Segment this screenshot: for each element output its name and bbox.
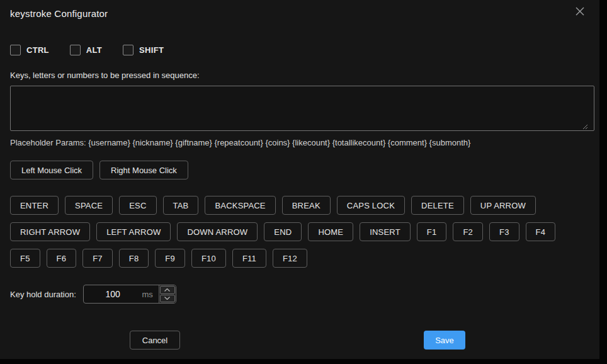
key-buttons-grid: ENTER SPACE ESC TAB BACKSPACE BREAK CAPS… <box>10 196 589 268</box>
placeholder-params-text: Placeholder Params: {username} {nickname… <box>10 138 589 147</box>
key-button-f1[interactable]: F1 <box>417 222 447 241</box>
key-button-f11[interactable]: F11 <box>232 249 266 268</box>
key-button-f12[interactable]: F12 <box>273 249 307 268</box>
key-button-esc[interactable]: ESC <box>119 196 156 215</box>
key-row-3: F5 F6 F7 F8 F9 F10 F11 F12 <box>10 249 589 268</box>
key-button-delete[interactable]: DELETE <box>411 196 464 215</box>
key-button-home[interactable]: HOME <box>308 222 353 241</box>
spinner-increment-button[interactable] <box>160 286 175 294</box>
key-button-f5[interactable]: F5 <box>10 249 40 268</box>
dialog-footer: Cancel Save <box>10 331 589 350</box>
key-button-break[interactable]: BREAK <box>282 196 331 215</box>
mouse-click-buttons: Left Mouse Click Right Mouse Click <box>10 161 589 179</box>
key-button-f2[interactable]: F2 <box>453 222 483 241</box>
key-button-end[interactable]: END <box>264 222 302 241</box>
alt-checkbox-label: ALT <box>86 45 102 55</box>
right-mouse-click-button[interactable]: Right Mouse Click <box>99 161 188 179</box>
key-button-down-arrow[interactable]: DOWN ARROW <box>177 222 258 241</box>
spinner-decrement-button[interactable] <box>160 295 175 303</box>
ctrl-checkbox-label: CTRL <box>26 45 49 55</box>
ctrl-checkbox[interactable] <box>10 45 21 55</box>
key-button-f7[interactable]: F7 <box>82 249 113 268</box>
key-button-f3[interactable]: F3 <box>489 222 519 241</box>
key-row-2: RIGHT ARROW LEFT ARROW DOWN ARROW END HO… <box>10 222 589 241</box>
alt-checkbox-row[interactable]: ALT <box>70 45 102 55</box>
left-mouse-click-button[interactable]: Left Mouse Click <box>10 161 93 179</box>
duration-label: Key hold duration: <box>10 290 76 299</box>
key-hold-duration-row: Key hold duration: 100 ms <box>10 285 589 304</box>
footer-left-column: Cancel <box>10 331 300 350</box>
key-button-f8[interactable]: F8 <box>119 249 149 268</box>
footer-right-column: Save <box>300 331 589 350</box>
chevron-down-icon <box>164 297 170 300</box>
key-button-enter[interactable]: ENTER <box>10 196 59 215</box>
key-button-backspace[interactable]: BACKSPACE <box>205 196 275 215</box>
save-button[interactable]: Save <box>424 331 465 350</box>
ctrl-checkbox-row[interactable]: CTRL <box>10 45 49 55</box>
key-button-f9[interactable]: F9 <box>155 249 185 268</box>
key-button-tab[interactable]: TAB <box>163 196 199 215</box>
shift-checkbox-row[interactable]: SHIFT <box>123 45 164 55</box>
chevron-up-icon <box>164 288 170 292</box>
alt-checkbox[interactable] <box>70 45 81 55</box>
cancel-button[interactable]: Cancel <box>130 331 180 350</box>
key-button-right-arrow[interactable]: RIGHT ARROW <box>10 222 90 241</box>
dialog-header: keystroke Configurator <box>10 0 589 21</box>
close-button[interactable] <box>572 3 588 20</box>
duration-value[interactable]: 100 <box>84 285 142 303</box>
sequence-textarea[interactable] <box>10 86 594 131</box>
dialog-title: keystroke Configurator <box>10 8 108 19</box>
key-button-f4[interactable]: F4 <box>526 222 556 241</box>
key-button-up-arrow[interactable]: UP ARROW <box>470 196 536 215</box>
duration-input[interactable]: 100 ms <box>83 285 176 304</box>
duration-spinner <box>159 285 176 303</box>
x-close-icon <box>574 6 586 17</box>
shift-checkbox-label: SHIFT <box>139 45 164 55</box>
key-button-f6[interactable]: F6 <box>47 249 77 268</box>
duration-unit: ms <box>142 285 158 303</box>
shift-checkbox[interactable] <box>123 45 133 55</box>
key-button-left-arrow[interactable]: LEFT ARROW <box>96 222 171 241</box>
keystroke-configurator-dialog: keystroke Configurator CTRL ALT SHIFT Ke… <box>0 0 599 359</box>
modifier-checkboxes: CTRL ALT SHIFT <box>10 45 589 55</box>
key-button-caps-lock[interactable]: CAPS LOCK <box>337 196 405 215</box>
key-row-1: ENTER SPACE ESC TAB BACKSPACE BREAK CAPS… <box>10 196 589 215</box>
sequence-field-wrap <box>10 86 589 131</box>
sequence-label: Keys, letters or numbers to be pressed i… <box>10 71 589 80</box>
key-button-insert[interactable]: INSERT <box>360 222 411 241</box>
key-button-f10[interactable]: F10 <box>191 249 226 268</box>
key-button-space[interactable]: SPACE <box>65 196 113 215</box>
